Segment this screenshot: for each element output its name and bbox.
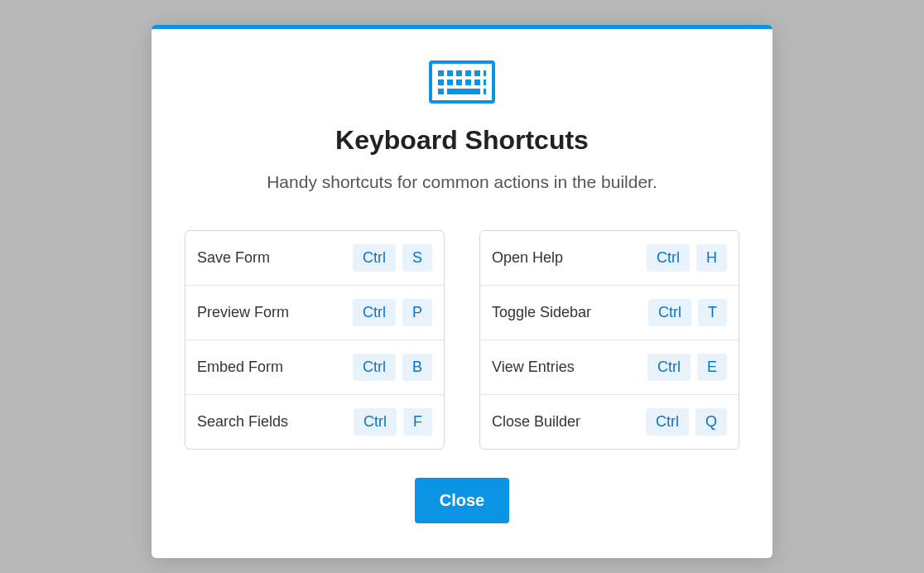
shortcut-row-embed-form: Embed Form Ctrl B: [185, 340, 444, 395]
key: Ctrl: [647, 244, 690, 272]
shortcut-label: Toggle Sidebar: [492, 304, 591, 321]
shortcut-label: Save Form: [197, 249, 270, 267]
shortcuts-column: Save Form Ctrl S Preview Form Ctrl P Emb…: [185, 230, 445, 450]
modal-subtitle: Handy shortcuts for common actions in th…: [185, 172, 739, 192]
shortcut-row-search-fields: Search Fields Ctrl F: [185, 395, 444, 449]
key: E: [697, 354, 727, 381]
key: Ctrl: [648, 299, 691, 326]
key: S: [402, 244, 432, 272]
close-button[interactable]: Close: [415, 478, 509, 523]
shortcut-row-toggle-sidebar: Toggle Sidebar Ctrl T: [480, 286, 739, 340]
shortcut-label: Close Builder: [492, 413, 580, 431]
keyboard-shortcuts-modal: Keyboard Shortcuts Handy shortcuts for c…: [152, 25, 772, 558]
key: Ctrl: [353, 299, 396, 326]
key: P: [402, 299, 432, 326]
shortcut-keys: Ctrl P: [353, 299, 432, 326]
svg-rect-12: [484, 79, 486, 85]
svg-rect-10: [465, 79, 471, 85]
shortcut-label: Open Help: [492, 249, 563, 267]
shortcut-label: Search Fields: [197, 413, 288, 431]
key: Ctrl: [354, 408, 397, 436]
svg-rect-7: [438, 79, 444, 85]
shortcut-label: View Entries: [492, 359, 575, 376]
svg-rect-14: [447, 89, 480, 94]
shortcut-row-view-entries: View Entries Ctrl E: [480, 340, 739, 395]
shortcut-keys: Ctrl F: [354, 408, 432, 436]
svg-rect-8: [447, 79, 453, 85]
keyboard-icon-wrapper: [185, 60, 739, 104]
svg-rect-11: [474, 79, 480, 85]
svg-rect-9: [456, 79, 462, 85]
svg-rect-6: [484, 70, 486, 76]
shortcuts-column: Open Help Ctrl H Toggle Sidebar Ctrl T V…: [479, 230, 739, 450]
shortcut-row-close-builder: Close Builder Ctrl Q: [480, 395, 739, 449]
shortcut-keys: Ctrl E: [647, 354, 727, 381]
key: T: [698, 299, 727, 326]
modal-title: Keyboard Shortcuts: [185, 125, 739, 156]
key: Q: [695, 408, 727, 436]
shortcut-row-open-help: Open Help Ctrl H: [480, 231, 739, 286]
shortcut-label: Preview Form: [197, 304, 289, 321]
key: Ctrl: [353, 244, 396, 272]
svg-rect-15: [484, 89, 486, 94]
shortcuts-columns: Save Form Ctrl S Preview Form Ctrl P Emb…: [185, 230, 739, 450]
shortcut-keys: Ctrl B: [353, 354, 432, 381]
svg-rect-13: [438, 89, 444, 94]
shortcut-row-save-form: Save Form Ctrl S: [185, 231, 444, 286]
key: Ctrl: [646, 408, 689, 436]
key: Ctrl: [647, 354, 691, 381]
svg-rect-2: [447, 70, 453, 76]
keyboard-icon: [429, 60, 495, 104]
key: F: [403, 408, 432, 436]
shortcut-row-preview-form: Preview Form Ctrl P: [185, 286, 444, 340]
svg-rect-4: [465, 70, 471, 76]
shortcut-keys: Ctrl S: [353, 244, 432, 272]
key: B: [402, 354, 432, 381]
shortcut-keys: Ctrl H: [647, 244, 727, 272]
shortcut-keys: Ctrl T: [648, 299, 727, 326]
modal-footer: Close: [185, 478, 739, 523]
shortcut-keys: Ctrl Q: [646, 408, 727, 436]
shortcut-label: Embed Form: [197, 359, 283, 376]
key: Ctrl: [353, 354, 396, 381]
key: H: [696, 244, 727, 272]
svg-rect-3: [456, 70, 462, 76]
svg-rect-5: [474, 70, 480, 76]
svg-rect-1: [438, 70, 444, 76]
